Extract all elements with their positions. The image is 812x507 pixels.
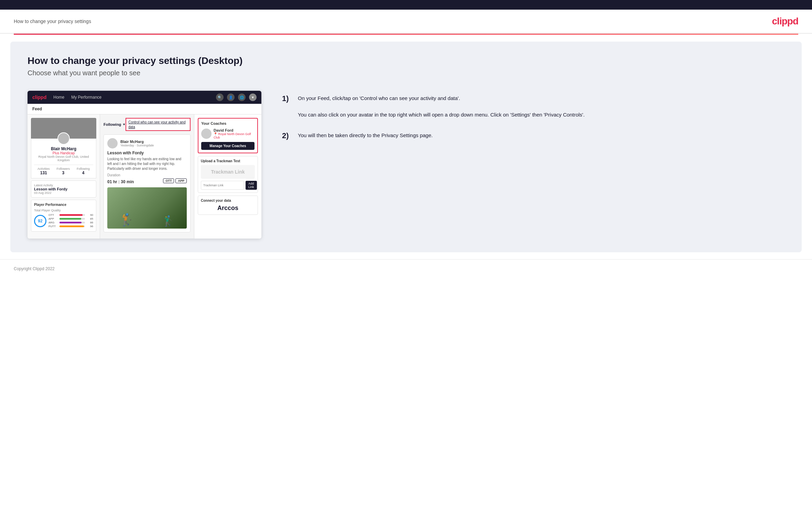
feed-tab-bar: Feed <box>28 104 261 114</box>
quality-label: Total Player Quality <box>34 209 93 212</box>
globe-icon[interactable]: 🌐 <box>238 93 246 101</box>
arg-bar-row: ARG 86 <box>48 221 93 224</box>
profile-icon[interactable]: 👤 <box>227 93 235 101</box>
latest-activity: Latest Activity Lesson with Fordy 03 Aug… <box>31 180 96 198</box>
coach-name: David Ford <box>214 128 255 132</box>
trackman-title: Upload a Trackman Test <box>201 159 255 163</box>
mock-app: clippd Home My Performance 🔍 👤 🌐 ▼ Feed <box>28 91 261 239</box>
coaches-title: Your Coaches <box>201 121 255 125</box>
following-stat: Following 4 <box>77 167 90 175</box>
post-card: Blair McHarg Yesterday · Sunningdale Les… <box>104 134 191 232</box>
logo: clippd <box>772 16 798 27</box>
trackman-input-row: Add Link <box>201 181 255 190</box>
trackman-add-button[interactable]: Add Link <box>246 181 257 190</box>
following-label: Following <box>77 167 90 170</box>
connect-section: Connect your data Arccos <box>198 196 258 215</box>
page-heading: How to change your privacy settings (Des… <box>28 55 784 66</box>
profile-name: Blair McHarg <box>34 146 93 151</box>
quality-bars: OTT 90 APP 85 ARG <box>48 213 93 229</box>
main-content: How to change your privacy settings (Des… <box>10 42 802 252</box>
app-sidebar: Blair McHarg Plus Handicap Royal North D… <box>28 114 100 239</box>
quality-score: 92 <box>34 215 46 227</box>
latest-activity-name: Lesson with Fordy <box>34 187 93 191</box>
arg-val: 86 <box>86 221 93 224</box>
nav-home[interactable]: Home <box>53 95 64 100</box>
footer: Copyright Clippd 2022 <box>0 259 812 278</box>
player-performance: Player Performance Total Player Quality … <box>31 200 96 232</box>
profile-banner <box>31 118 96 139</box>
post-location: Yesterday · Sunningdale <box>120 144 154 147</box>
instructions: 1) On your Feed, click/tap on 'Control w… <box>275 91 784 153</box>
breadcrumb: How to change your privacy settings <box>14 19 91 24</box>
app-feed: Following ▼ Control who can see your act… <box>100 114 194 239</box>
post-header: Blair McHarg Yesterday · Sunningdale <box>107 138 187 148</box>
coach-avatar <box>201 129 212 139</box>
avatar-icon[interactable]: ▼ <box>249 93 257 101</box>
profile-club: Royal North Devon Golf Club, United King… <box>34 155 93 162</box>
trackman-section: Upload a Trackman Test Trackman Link Add… <box>198 156 258 193</box>
app-body: Blair McHarg Plus Handicap Royal North D… <box>28 114 261 239</box>
latest-activity-date: 03 Aug 2022 <box>34 191 93 195</box>
control-link-box: Control who can see your activity and da… <box>126 118 191 131</box>
activities-stat: Activities 131 <box>37 167 50 175</box>
trackman-input[interactable] <box>201 181 244 190</box>
chevron-down-icon: ▼ <box>122 123 126 126</box>
app-nav: clippd Home My Performance 🔍 👤 🌐 ▼ <box>28 91 261 104</box>
demo-layout: clippd Home My Performance 🔍 👤 🌐 ▼ Feed <box>28 91 784 239</box>
instruction-1-number: 1) <box>282 94 292 119</box>
ott-label: OTT <box>48 213 58 217</box>
post-user: Blair McHarg <box>120 140 154 144</box>
ott-bar-row: OTT 90 <box>48 213 93 217</box>
coach-club: 📍 Royal North Devon Golf Club <box>214 132 255 139</box>
post-image: 🏌️ 🏌️‍♂️ <box>107 187 187 229</box>
search-icon[interactable]: 🔍 <box>216 93 224 101</box>
instruction-2-text: You will then be taken directly to the P… <box>298 131 433 140</box>
putt-val: 96 <box>86 225 93 228</box>
app-label: APP <box>48 217 58 220</box>
app-val: 85 <box>86 217 93 220</box>
latest-activity-label: Latest Activity <box>34 184 93 187</box>
profile-stats: Activities 131 Followers 3 Following 4 <box>34 165 93 175</box>
app-logo: clippd <box>32 95 46 100</box>
instruction-1: 1) On your Feed, click/tap on 'Control w… <box>282 94 784 119</box>
manage-coaches-button[interactable]: Manage Your Coaches <box>201 142 255 150</box>
nav-icons: 🔍 👤 🌐 ▼ <box>216 93 257 101</box>
instruction-1-text: On your Feed, click/tap on 'Control who … <box>298 94 585 119</box>
perf-title: Player Performance <box>34 203 93 207</box>
following-value: 4 <box>77 170 90 175</box>
arg-label: ARG <box>48 221 58 224</box>
quality-row: 92 OTT 90 APP 85 <box>34 213 93 229</box>
instruction-2-number: 2) <box>282 131 292 140</box>
profile-handicap: Plus Handicap <box>34 151 93 155</box>
top-bar <box>0 0 812 10</box>
control-link[interactable]: Control who can see your activity and da… <box>128 120 185 129</box>
location-icon: 📍 <box>214 132 217 136</box>
post-duration-label: Duration <box>107 173 187 177</box>
copyright-text: Copyright Clippd 2022 <box>14 266 55 271</box>
profile-avatar <box>57 132 70 145</box>
followers-stat: Followers 3 <box>56 167 70 175</box>
following-bar: Following ▼ Control who can see your act… <box>104 118 191 131</box>
coach-item: David Ford 📍 Royal North Devon Golf Club <box>201 128 255 139</box>
coaches-section: Your Coaches David Ford 📍 Royal North De… <box>198 118 258 153</box>
arccos-brand: Arccos <box>201 205 255 212</box>
ott-val: 90 <box>86 213 93 217</box>
following-label: Following <box>104 122 121 126</box>
post-avatar <box>107 138 118 148</box>
golfer2-icon: 🏌️‍♂️ <box>162 215 175 227</box>
accent-line <box>14 34 798 35</box>
feed-tab[interactable]: Feed <box>32 107 42 111</box>
putt-label: PUTT <box>48 225 58 228</box>
page-subheading: Choose what you want people to see <box>28 69 784 77</box>
header: How to change your privacy settings clip… <box>0 10 812 34</box>
post-tags: OTT APP <box>163 178 187 183</box>
nav-my-performance[interactable]: My Performance <box>71 95 101 100</box>
app-tag: APP <box>175 178 187 183</box>
connect-title: Connect your data <box>201 199 255 202</box>
post-description: Looking to feel like my hands are exitin… <box>107 157 187 171</box>
golfer-icon: 🏌️ <box>119 213 134 227</box>
activities-value: 131 <box>37 170 50 175</box>
following-button[interactable]: Following ▼ <box>104 122 126 126</box>
putt-bar-row: PUTT 96 <box>48 225 93 228</box>
app-bar-row: APP 85 <box>48 217 93 220</box>
